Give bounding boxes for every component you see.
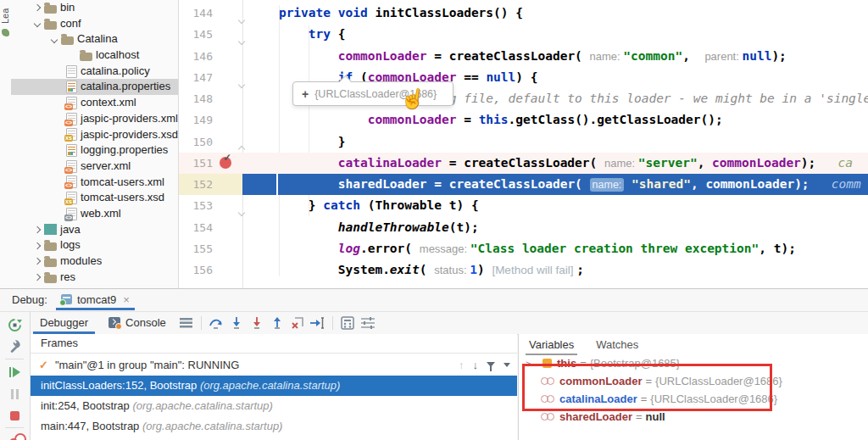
chevron-right-icon[interactable] <box>31 223 44 237</box>
tab-watches[interactable]: Watches <box>596 338 638 351</box>
editor-row-149: 149commonLoader = this.getClass().getCla… <box>179 109 868 131</box>
tree-item-label: localhost <box>96 47 139 64</box>
learn-icon <box>2 29 9 36</box>
file-icon <box>66 81 77 93</box>
tab-debugger[interactable]: Debugger <box>30 311 98 334</box>
expand-plus-icon[interactable]: + <box>302 87 309 101</box>
tree-item-modules[interactable]: modules <box>11 253 178 270</box>
tree-item-conf[interactable]: conf <box>11 16 178 32</box>
filter-icon[interactable] <box>487 362 495 367</box>
tree-item-bin[interactable]: bin <box>11 0 178 16</box>
debug-session-tab[interactable]: tomcat9 × <box>56 289 135 309</box>
tree-item-label: modules <box>60 253 102 270</box>
step-out-icon[interactable] <box>268 315 287 331</box>
tree-item-label: Catalina <box>77 31 118 47</box>
file-icon <box>66 65 77 78</box>
tree-item-label: logging.properties <box>81 142 168 159</box>
inline-value-tooltip[interactable]: + {URLClassLoader@1686} <box>292 81 453 106</box>
tree-item-res[interactable]: res <box>11 270 178 286</box>
code-lines: 143144private void initClassLoaders() {1… <box>179 0 868 281</box>
tree-item-logs[interactable]: logs <box>11 237 178 253</box>
editor-row-156: 156System.exit( status: 1) [Method will … <box>179 259 868 281</box>
code-line: System.exit( status: 1) [Method will fai… <box>242 259 868 281</box>
pause-icon[interactable] <box>6 386 23 403</box>
arrow-down-icon[interactable]: ↓ <box>473 359 479 371</box>
tab-variables[interactable]: Variables <box>529 338 574 351</box>
tree-item-Catalina[interactable]: Catalina <box>11 31 178 47</box>
evaluate-expression-icon[interactable] <box>338 315 357 331</box>
tree-item-localhost[interactable]: localhost <box>11 47 178 64</box>
step-over-icon[interactable] <box>207 315 225 331</box>
stop-icon[interactable] <box>6 407 23 424</box>
folder-icon <box>80 53 92 61</box>
frame-row[interactable]: main:447, Bootstrap (org.apache.catalina… <box>31 416 517 437</box>
file-icon: <> <box>66 208 77 220</box>
thread-selector[interactable]: ✓ "main"@1 in group "main": RUNNING ↑ ↓ <box>31 354 517 376</box>
chevron-down-icon[interactable] <box>504 363 510 367</box>
chevron-right-icon[interactable] <box>31 1 44 14</box>
run-to-cursor-icon[interactable] <box>309 315 327 331</box>
resume-icon[interactable] <box>6 364 23 381</box>
tree-item-logging.properties[interactable]: logging.properties <box>11 142 178 159</box>
chevron-down-icon[interactable] <box>31 17 44 31</box>
tree-item-label: web.xml <box>81 206 121 222</box>
arrow-up-icon[interactable]: ↑ <box>459 359 465 371</box>
code-editor[interactable]: 143144private void initClassLoaders() {1… <box>179 0 868 288</box>
tab-console[interactable]: Console <box>98 311 176 334</box>
file-icon: xs <box>66 128 77 141</box>
tree-item-java[interactable]: java <box>11 222 178 238</box>
tree-item-label: bin <box>60 0 75 16</box>
chevron-right-icon[interactable] <box>31 254 44 268</box>
tree-item-web.xml[interactable]: <>web.xml <box>11 206 178 222</box>
tree-item-context.xml[interactable]: <>context.xml <box>11 95 178 111</box>
line-number[interactable]: 149 <box>179 109 213 131</box>
chevron-right-icon[interactable] <box>31 239 44 253</box>
rerun-icon[interactable] <box>6 316 23 333</box>
frame-row[interactable]: initClassLoaders:152, Bootstrap (org.apa… <box>31 376 517 396</box>
line-number[interactable]: 155 <box>179 238 213 259</box>
line-number[interactable]: 146 <box>179 46 213 67</box>
line-number[interactable]: 156 <box>179 259 213 281</box>
file-icon: <> <box>66 175 77 188</box>
debug-toolbar: Debugger Console <box>30 311 868 335</box>
folder-icon <box>44 275 57 283</box>
tree-item-server.xml[interactable]: <>server.xml <box>11 159 178 175</box>
tree-item-label: context.xml <box>81 95 136 111</box>
line-number[interactable]: 145 <box>179 24 213 45</box>
step-into-icon[interactable] <box>227 315 246 331</box>
line-number[interactable]: 144 <box>179 3 213 24</box>
tree-item-label: java <box>60 222 81 238</box>
code-line: } catch (Throwable t) { <box>242 195 868 216</box>
line-number[interactable]: 154 <box>179 217 213 238</box>
line-number[interactable]: 148 <box>179 88 213 109</box>
chevron-down-icon[interactable] <box>47 33 61 47</box>
line-number[interactable]: 153 <box>179 195 213 216</box>
tree-item-catalina.properties[interactable]: catalina.properties <box>11 79 178 95</box>
force-step-into-icon[interactable] <box>248 315 266 331</box>
frame-row[interactable]: init:254, Bootstrap (org.apache.catalina… <box>31 396 517 416</box>
toolwindow-tab-learn[interactable]: Lea <box>0 0 11 24</box>
line-number[interactable]: 151 <box>179 153 213 174</box>
breakpoint-icon[interactable]: ✓ <box>220 157 231 169</box>
layout-menu-icon[interactable] <box>177 315 196 331</box>
folder-icon <box>44 5 57 14</box>
line-number[interactable]: 150 <box>179 131 213 153</box>
tree-item-tomcat-users.xml[interactable]: <>tomcat-users.xml <box>11 175 178 191</box>
view-breakpoints-icon[interactable] <box>6 432 23 440</box>
tree-item-catalina.policy[interactable]: catalina.policy <box>11 64 178 80</box>
project-tree[interactable]: binconfCatalinalocalhostcatalina.policyc… <box>11 0 179 288</box>
code-line: } <box>242 131 868 153</box>
close-tab-icon[interactable]: × <box>123 293 130 306</box>
folder-icon <box>44 21 57 30</box>
wrench-icon[interactable] <box>6 337 23 354</box>
settings-sliders-icon[interactable] <box>359 315 377 331</box>
tree-item-label: server.xml <box>81 159 131 175</box>
line-number[interactable]: 152 <box>179 174 213 195</box>
drop-frame-icon[interactable] <box>288 315 307 331</box>
tree-item-jaspic-providers.xml[interactable]: <>jaspic-providers.xml <box>11 111 178 127</box>
editor-row-145: 145try { <box>179 24 868 45</box>
tree-item-jaspic-providers.xsd[interactable]: xsjaspic-providers.xsd <box>11 127 178 143</box>
line-number[interactable]: 147 <box>179 67 213 88</box>
tree-item-tomcat-users.xsd[interactable]: xstomcat-users.xsd <box>11 190 178 206</box>
chevron-right-icon[interactable] <box>31 270 44 284</box>
